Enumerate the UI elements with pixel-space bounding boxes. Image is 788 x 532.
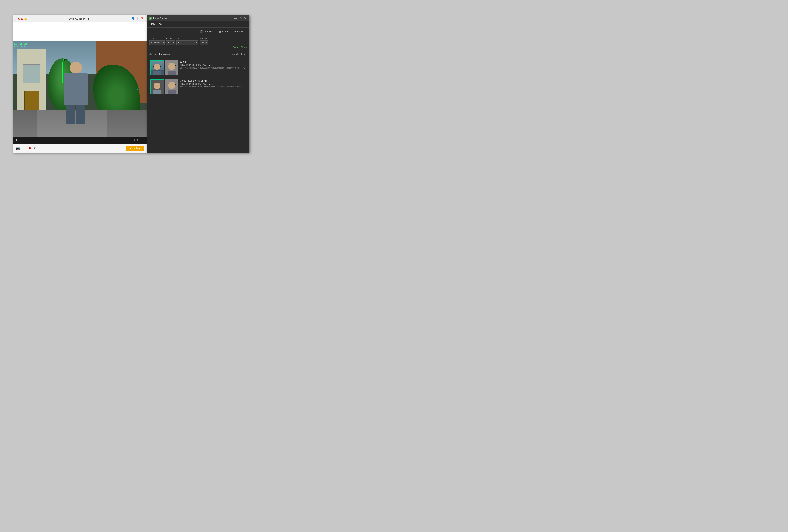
group-label: Group by: — [231, 53, 240, 55]
sort-control: Sort by: Chronological — [149, 52, 171, 56]
list-icon[interactable]: ☰ — [23, 146, 26, 150]
event-thumb-group-2 — [150, 79, 178, 94]
settings-button[interactable]: ▲ Settings — [126, 146, 144, 151]
group-value[interactable]: Event — [241, 53, 247, 55]
rec-dot — [29, 147, 31, 149]
face-illustration-ref-1 — [165, 61, 178, 75]
close-button[interactable]: ✕ — [243, 16, 247, 20]
axis-titlebar: AXIS AXIS Q1615 Mk III 👤 ℹ ❓ — [13, 15, 146, 22]
refresh-icon: ↻ — [234, 30, 236, 33]
safr-line1: SAFR Inside — [14, 42, 27, 45]
settings-gear-icon[interactable]: ⚙ — [34, 146, 37, 150]
event-item-2[interactable]: Close match: 94%: Eric H 6/17/2020 1:28:… — [149, 78, 248, 96]
event-site-1: Site: vRGo-Rea18L-X-c5a7385c809e46c9a4ca… — [180, 67, 246, 69]
sort-value[interactable]: Chronological — [158, 53, 171, 55]
maximize-button[interactable]: □ — [239, 16, 242, 20]
refresh-label: Refresh — [237, 30, 245, 33]
ea-event-list: Eric H 6/17/2020 1:28:48 PM - Waiting . … — [147, 57, 249, 153]
axis-bottom-bar: 📷 ☰ ⚙ ▲ Settings — [13, 144, 146, 153]
event-item-1[interactable]: Eric H 6/17/2020 1:28:48 PM - Waiting . … — [149, 59, 248, 77]
axis-white-bar — [13, 22, 146, 41]
axis-logo-text: AXIS — [15, 17, 23, 20]
site-text-2: Site: vRGo-Rea18L-X-c5a7385c809e46c9a4ca… — [180, 86, 234, 88]
idclass-filter-select[interactable]: All — [166, 40, 175, 45]
user-icon[interactable]: 👤 — [131, 17, 135, 20]
tools-menu[interactable]: Tools — [157, 22, 166, 27]
video-scene: EricH SAFR Inside fps = 6.44 — [13, 41, 146, 137]
delete-icon: 🗑 — [219, 30, 221, 33]
add-video-label: Add video — [204, 30, 214, 33]
ea-titlebar: ▦ Event Archive — □ ✕ — [147, 15, 249, 21]
refresh-button[interactable]: ↻ Refresh — [232, 29, 247, 34]
axis-video-area: EricH SAFR Inside fps = 6.44 — [13, 41, 146, 137]
ea-sort-bar: Sort by: Chronological Group by: Event — [147, 51, 249, 57]
ea-title-icon: ▦ — [149, 17, 152, 20]
event-thumb-reference-1 — [165, 60, 178, 75]
pause-button[interactable]: ⏸ — [15, 139, 18, 142]
info-icon[interactable]: ℹ — [137, 17, 138, 20]
safr-overlay: SAFR Inside fps = 6.44 — [14, 42, 27, 48]
ea-title-text: Event Archive — [153, 17, 234, 20]
axis-camera-window: AXIS AXIS Q1615 Mk III 👤 ℹ ❓ — [13, 15, 147, 153]
detection-label: EricH — [63, 59, 67, 61]
sources-filter-group: Sources All — [200, 37, 208, 45]
axis-camera-name: AXIS Q1615 Mk III — [27, 17, 131, 20]
expand-filters-link[interactable]: Expand Filters — [149, 46, 247, 48]
person-leg-left — [66, 105, 76, 124]
idclass-filter-label: Id Class — [166, 37, 175, 40]
snapshot-icon[interactable]: 📷 — [16, 146, 20, 150]
minimize-button[interactable]: — — [234, 16, 238, 20]
sort-label: Sort by: — [149, 53, 157, 55]
date-filter-select[interactable]: 5 minutes — [149, 40, 165, 45]
sites-filter-wrap: All — [176, 40, 198, 45]
event-datetime-2: 6/17/2020 1:28:25 PM — [180, 83, 201, 85]
fullscreen-button[interactable]: ⛶ — [141, 139, 144, 142]
site-text-1: Site: vRGo-Rea18L-X-c5a7385c809e46c9a4ca… — [180, 67, 234, 69]
file-menu[interactable]: File — [149, 22, 157, 27]
add-video-button[interactable]: 🎬 Add video — [198, 29, 216, 34]
event-thumb-camera-1 — [150, 60, 164, 75]
building-window — [23, 64, 40, 83]
help-icon[interactable]: ❓ — [140, 17, 144, 20]
ea-menubar: File Tools — [147, 21, 249, 27]
event-thumb-camera-2 — [150, 79, 164, 94]
event-time-2: 6/17/2020 1:28:25 PM - Waiting . . . — [180, 83, 246, 85]
sources-filter-select[interactable]: All — [200, 40, 208, 45]
record-button[interactable] — [29, 146, 31, 150]
axis-titlebar-icons: 👤 ℹ ❓ — [131, 17, 144, 20]
source-text-2: Source: vRGo-Rea1... — [235, 86, 246, 88]
safr-line2: fps = 6.44 — [14, 45, 27, 48]
person-legs — [66, 105, 85, 124]
event-match-label-2: Close match: 94%: Eric H — [180, 79, 246, 82]
sites-filter-label: Sites — [176, 37, 198, 40]
gear-icon[interactable]: ⚙ — [133, 139, 135, 141]
event-datetime-1: 6/17/2020 1:28:48 PM — [180, 64, 201, 66]
settings-chevron-icon: ▲ — [129, 147, 132, 150]
date-filter-label: Date — [149, 37, 165, 40]
event-status-1: Waiting . . . — [203, 64, 214, 66]
face-illustration-ref-2 — [165, 80, 178, 94]
axis-logo-triangle — [24, 18, 27, 20]
event-info-1: Eric H 6/17/2020 1:28:48 PM - Waiting . … — [180, 60, 246, 69]
ea-filters-row: Date 5 minutes Id Class All — [149, 37, 247, 45]
face-illustration-1 — [151, 61, 163, 75]
delete-button[interactable]: 🗑 Delete — [217, 29, 231, 34]
date-filter-wrap: 5 minutes — [149, 40, 165, 45]
video-controls-bar: ⏸ ⚙ 1:1 ⛶ — [13, 137, 146, 144]
sources-filter-label: Sources — [200, 37, 208, 40]
date-filter-group: Date 5 minutes — [149, 37, 165, 45]
event-status-2: Waiting . . . — [203, 83, 214, 85]
axis-logo: AXIS — [15, 17, 27, 20]
event-time-1: 6/17/2020 1:28:48 PM - Waiting . . . — [180, 64, 246, 66]
face-illustration-2 — [151, 80, 163, 94]
event-thumb-group-1 — [150, 60, 178, 75]
group-control: Group by: Event — [231, 52, 247, 56]
person-leg-right — [76, 105, 85, 124]
ea-filters: Date 5 minutes Id Class All — [147, 36, 249, 51]
source-text-1: Source: vRGo-Rea1... — [235, 67, 246, 69]
video-controls-right: ⚙ 1:1 ⛶ — [133, 139, 144, 142]
event-archive-window: ▦ Event Archive — □ ✕ File Tools 🎬 Add v… — [147, 15, 249, 153]
sources-filter-wrap: All — [200, 40, 208, 45]
sites-filter-select[interactable]: All — [176, 40, 198, 45]
face-detection-box: EricH — [62, 62, 89, 83]
